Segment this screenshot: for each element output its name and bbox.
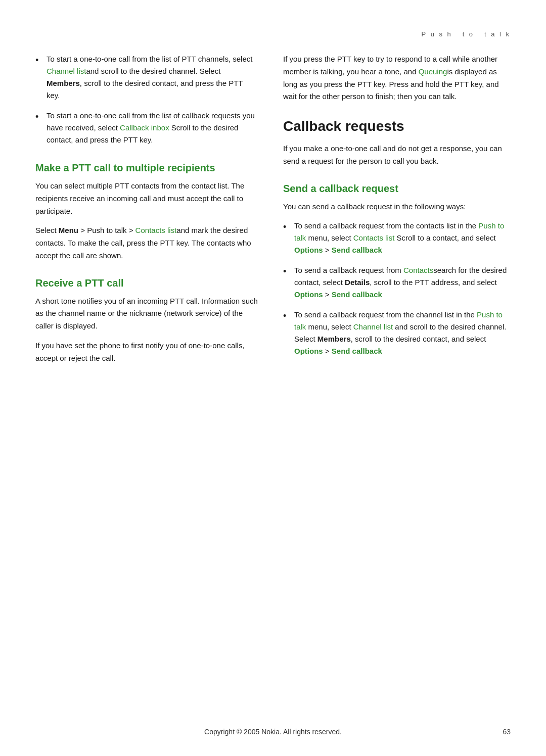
send-callback-label-3: Send callback [332, 347, 382, 355]
receive-ptt-heading: Receive a PTT call [35, 277, 258, 289]
members-bold-2: Members [317, 335, 351, 343]
send-bullet-2: To send a callback request from Contacts… [283, 264, 511, 301]
callback-requests-heading: Callback requests [283, 118, 511, 134]
right-intro-text: If you press the PTT key to try to respo… [283, 53, 511, 103]
footer: Copyright © 2005 Nokia. All rights reser… [0, 728, 546, 736]
callback-intro-text: If you make a one-to-one call and do not… [283, 143, 511, 168]
queuing-link: Queuing [419, 67, 447, 76]
make-ptt-text-2: Select Menu > Push to talk > Contacts li… [35, 224, 258, 262]
send-callback-heading: Send a callback request [283, 183, 511, 195]
send-bullet-1: To send a callback request from the cont… [283, 220, 511, 256]
receive-ptt-text-2: If you have set the phone to first notif… [35, 340, 258, 365]
make-ptt-heading: Make a PTT call to multiple recipients [35, 162, 258, 174]
copyright-text: Copyright © 2005 Nokia. All rights reser… [204, 728, 342, 736]
header-title: P u s h t o t a l k [35, 30, 511, 38]
channel-list-link-2: Channel list [353, 322, 393, 331]
make-ptt-text-1: You can select multiple PTT contacts fro… [35, 180, 258, 217]
callback-inbox-link: Callback inbox [120, 123, 169, 132]
contacts-list-link-1: Contacts list [135, 226, 177, 234]
options-send-callback-2: Options [294, 290, 323, 299]
send-bullet-3: To send a callback request from the chan… [283, 309, 511, 357]
send-callback-label-1: Send callback [332, 246, 382, 254]
page-number: 63 [503, 728, 511, 736]
content-columns: To start a one-to-one call from the list… [35, 53, 511, 373]
push-to-talk-link-2: Push to talk [294, 310, 503, 331]
options-send-callback-1: Options [294, 246, 323, 254]
contacts-list-link-2: Contacts list [353, 233, 395, 242]
bullet-item-2: To start a one-to-one call from the list… [35, 110, 258, 146]
members-bold-1: Members [47, 79, 80, 87]
send-callback-bullets: To send a callback request from the cont… [283, 220, 511, 357]
intro-bullets: To start a one-to-one call from the list… [35, 53, 258, 146]
right-column: If you press the PTT key to try to respo… [283, 53, 511, 373]
send-callback-intro: You can send a callback request in the f… [283, 201, 511, 213]
bullet-item-1: To start a one-to-one call from the list… [35, 53, 258, 102]
contacts-link-2: Contacts [403, 266, 433, 274]
options-send-callback-3: Options [294, 347, 323, 355]
menu-bold: Menu [59, 226, 78, 234]
left-column: To start a one-to-one call from the list… [35, 53, 258, 373]
push-to-talk-link-1: Push to talk [294, 221, 504, 242]
receive-ptt-text-1: A short tone notifies you of an incoming… [35, 295, 258, 333]
send-callback-label-2: Send callback [332, 290, 382, 299]
channel-list-link-1: Channel list [47, 67, 86, 75]
page: P u s h t o t a l k To start a one-to-on… [0, 0, 546, 756]
details-bold: Details [345, 278, 370, 287]
